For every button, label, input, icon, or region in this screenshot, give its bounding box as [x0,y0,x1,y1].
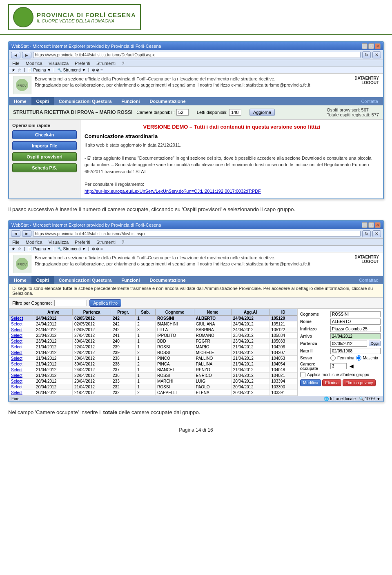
dataentry-2: DATAENTRY [354,255,379,259]
comunicazione-text3: Per consultare il regolamento: [85,181,379,188]
nav-documentazione-1[interactable]: Documentazione [145,97,191,105]
main-panel-1: VERSIONE DEMO – Tutti i dati contenuti i… [80,120,383,198]
select-link-11[interactable]: Select [11,379,22,383]
select-link-7[interactable]: Select [11,356,22,361]
menu-visualizza-2[interactable]: Visualizza [49,240,69,245]
nav-home-1[interactable]: Home [9,97,31,105]
select-link-0[interactable]: Select [11,316,23,321]
select-link-1[interactable]: Select [11,322,22,326]
table-row: Select21/04/201222/04/20122391ROSSIMARIO… [9,344,297,350]
menu-file-2[interactable]: File [12,240,20,245]
oggi-btn[interactable]: Oggi [369,341,381,346]
select-link-3[interactable]: Select [11,333,22,338]
select-link-6[interactable]: Select [11,350,22,355]
aggiorna-btn-1[interactable]: Aggiorna [249,109,275,116]
stop-btn-1[interactable]: ✕ [372,51,381,58]
select-link-5[interactable]: Select [11,345,22,349]
elimina-privacy-btn[interactable]: Elimina privacy [343,379,376,386]
letti-label-1: Letti disponibili: [197,110,227,115]
status-left-2: Fine [11,397,19,401]
menu-modifica-1[interactable]: Modifica [26,61,42,66]
address-bar-2[interactable]: https://www.provincia.fc.it:444/statisti… [33,231,361,237]
select-link-12[interactable]: Select [11,385,22,389]
camere-label-1: Camere disponibili: [136,110,175,115]
stop-btn-2[interactable]: ✕ [372,230,381,237]
cell-sub-9: 1 [136,367,156,372]
modifica-btn[interactable]: Modifica [300,379,321,386]
cell-agg_al-2: 24/04/2012 [231,327,270,332]
cell-agg_al-4: 23/04/2012 [231,338,270,344]
select-link-2[interactable]: Select [11,328,22,332]
minimize-btn-1[interactable]: _ [362,43,368,49]
camere-occ-input[interactable] [330,363,347,369]
select-link-9[interactable]: Select [11,368,22,372]
menu-help-2[interactable]: ? [122,240,124,245]
cell-arrivo-4: 23/04/2012 [34,338,73,344]
th-partenza: Partenza [73,309,111,315]
nav-funzioni-1[interactable]: Funzioni [116,97,145,105]
menu-preferiti-1[interactable]: Preferiti [75,61,90,66]
maschio-label: Maschio [363,356,378,360]
nav-comunicazioni-1[interactable]: Comunicazioni Questura [54,97,117,105]
fav-sep2-2: | [53,247,55,251]
select-link-8[interactable]: Select [11,362,22,366]
fav-strumenti-1[interactable]: 🔧 Strumenti ▼ [57,68,86,72]
menu-visualizza-1[interactable]: Visualizza [49,61,69,66]
cell-cognome-6: ROSSI [156,350,194,355]
back-btn-2[interactable]: ◄ [11,230,20,237]
nav-comunicazioni-2[interactable]: Comunicazioni Questura [54,276,117,284]
cell-arrivo-5: 21/04/2012 [34,344,73,350]
fav-pagina-1[interactable]: 📄 Pagina ▼ [27,68,51,72]
filter-btn-2[interactable]: Applica filtro [89,299,121,307]
close-btn-2[interactable]: ✕ [375,222,381,228]
menu-help-1[interactable]: ? [122,61,124,66]
forward-btn-2[interactable]: ► [22,230,31,237]
select-link-10[interactable]: Select [11,373,22,378]
nav-contatta-2[interactable]: Contattac [354,276,383,284]
filter-input-2[interactable] [54,300,87,306]
forward-btn-1[interactable]: ► [22,52,31,58]
menu-modifica-2[interactable]: Modifica [26,240,42,245]
checkin-btn[interactable]: Check-in [12,130,77,139]
logout-2[interactable]: LOGOUT [354,259,379,264]
radio-maschio[interactable] [356,355,361,361]
refresh-btn-2[interactable]: ↻ [362,230,371,237]
nav-funzioni-2[interactable]: Funzioni [116,276,145,284]
menu-strumenti-2[interactable]: Strumenti [96,240,116,245]
statusbar-2: Fine 🌐 Intranet locale 🔍 100% ▼ [9,396,383,401]
logout-1[interactable]: LOGOUT [354,80,379,85]
applica-checkbox[interactable] [300,372,305,377]
cell-id-9: 104048 [270,367,297,372]
menu-preferiti-2[interactable]: Preferiti [75,240,90,245]
menu-strumenti-1[interactable]: Strumenti [96,61,116,66]
back-btn-1[interactable]: ◄ [11,52,20,58]
fav-strumenti-2[interactable]: 🔧 Strumenti ▼ [57,247,86,251]
nav-ospiti-2[interactable]: Ospiti [31,276,54,284]
select-link-13[interactable]: Select [11,390,22,395]
maximize-btn-2[interactable]: □ [368,222,374,228]
maximize-btn-1[interactable]: □ [368,43,374,49]
importa-btn[interactable]: Importa File [12,141,77,150]
select-link-4[interactable]: Select [11,339,22,343]
nav-documentazione-2[interactable]: Documentazione [145,276,191,284]
detail-cognome-label: Cognome [300,312,329,316]
nav-home-2[interactable]: Home [9,276,31,284]
menu-file-1[interactable]: File [12,61,20,66]
fav-pagina-2[interactable]: 📄 Pagina ▼ [27,247,51,251]
scheda-ps-btn[interactable]: Scheda P.S. [12,163,77,172]
detail-sesso-label: Sesso [300,356,329,360]
ospiti-provvisori-btn[interactable]: Ospiti provvisori [12,152,77,161]
bottom-paragraph: Nel campo 'Camere occupate' inserire il … [8,408,384,417]
detail-arrivo-label: Arrivo [300,334,329,339]
minimize-btn-2[interactable]: _ [362,222,368,228]
elimina-btn[interactable]: Elimina [322,379,341,386]
applica-row: Applica modifiche all'intero gruppo [300,372,381,377]
nav-contatta-1[interactable]: Contatta [356,97,383,105]
close-btn-1[interactable]: ✕ [375,43,381,49]
cell-cognome-0: ROSSINI [156,315,194,321]
radio-femmina[interactable] [330,355,336,361]
address-bar-1[interactable]: https://www.provincia.fc.it:444/statisti… [33,52,361,58]
nav-ospiti-1[interactable]: Ospiti [31,97,54,105]
refresh-btn-1[interactable]: ↻ [362,51,371,58]
comunicazione-link[interactable]: http://eur-lex.europa.eu/LexUnServ/LexUn… [85,188,379,195]
